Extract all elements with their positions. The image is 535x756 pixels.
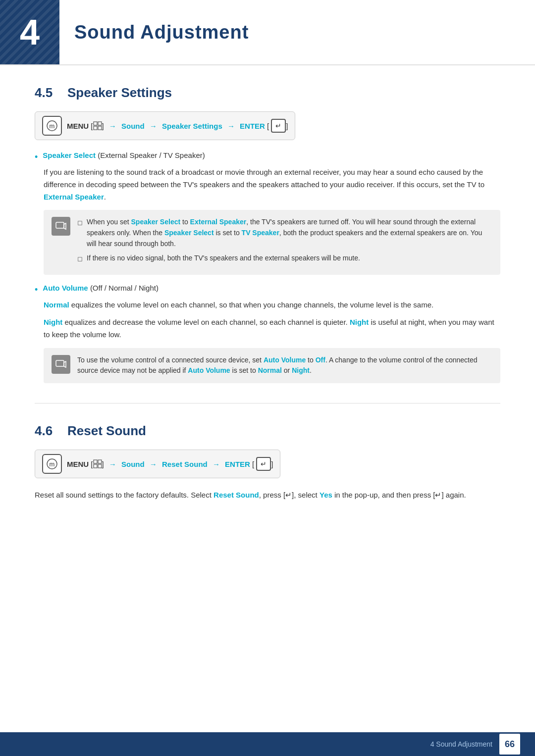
svg-marker-9 [64,361,66,367]
nav-arrow-2: → [148,122,159,130]
section-4-5-number: 4.5 [35,85,59,101]
note-item-2: If there is no video signal, both the TV… [77,253,492,264]
nav-enter-bracket-close: ] [286,122,288,130]
auto-volume-paren: (Off / Normal / Night) [90,284,159,292]
chapter-number: 4 [0,0,59,64]
svg-rect-2 [94,122,97,125]
svg-rect-8 [56,360,64,366]
nav-sound-1: Sound [121,122,145,130]
speaker-select-bullet: • Speaker Select (External Speaker / TV … [35,151,500,162]
enter-icon-2: ↵ [256,457,271,471]
svg-rect-6 [56,222,64,228]
nav-bracket-close: ] [102,122,104,130]
auto-volume-body1: Normal equalizes the volume level on eac… [44,299,500,311]
nav-arrow-3: → [225,122,237,130]
svg-rect-3 [98,122,102,125]
nav-enter-bracket-2: [ [250,460,254,468]
section-4-6-header: 4.6 Reset Sound [35,423,500,439]
footer-chapter-label: 4 Sound Adjustment [430,740,492,748]
nav-path-4-5: m MENU [ ] → Sound → Speaker Settings → … [35,111,295,140]
section-4-5-header: 4.5 Speaker Settings [35,85,500,101]
nav-enter-2: ENTER [225,460,250,468]
auto-volume-bullet: • Auto Volume (Off / Normal / Night) [35,284,500,295]
speaker-select-body: If you are listening to the sound track … [44,166,500,203]
nav-enter-1: ENTER [240,122,265,130]
nav-enter-bracket-close-2: ] [271,460,273,468]
bullet-dot-2: • [35,285,38,295]
reset-sound-body: Reset all sound settings to the factory … [35,489,500,502]
note-icon-2 [52,355,70,374]
nav-speaker-settings: Speaker Settings [162,122,222,130]
svg-text:m: m [50,122,55,130]
speaker-select-label: Speaker Select (External Speaker / TV Sp… [43,151,205,159]
chapter-title-block: Sound Adjustment [59,0,264,64]
auto-volume-body2: Night equalizes and decrease the volume … [44,316,500,341]
nav-bracket-open: [ [89,122,93,130]
svg-rect-12 [94,460,97,463]
nav-sound-2: Sound [121,460,145,468]
nav-reset-sound: Reset Sound [162,460,208,468]
section-4-6-number: 4.6 [35,423,59,439]
note-icon-1 [52,217,70,236]
nav-arrow-1: → [107,122,118,130]
nav-grid-icon [93,121,102,130]
svg-rect-5 [98,126,102,130]
auto-volume-note-box: To use the volume control of a connected… [44,348,500,383]
chapter-header: 4 Sound Adjustment [0,0,535,65]
menu-icon-2: m [42,454,62,474]
auto-volume-label: Auto Volume (Off / Normal / Night) [43,284,159,292]
svg-marker-7 [64,223,66,229]
nav-bracket-open-2: [ [89,460,93,468]
auto-volume-section: • Auto Volume (Off / Normal / Night) Nor… [35,284,500,383]
section-4-5-title: Speaker Settings [67,85,172,101]
speaker-select-note-box: When you set Speaker Select to External … [44,210,500,275]
nav-menu-label: MENU [67,122,89,130]
svg-rect-14 [94,464,97,468]
svg-rect-4 [94,126,97,130]
page-footer: 4 Sound Adjustment 66 [0,732,535,756]
nav-menu-label-2: MENU [67,460,89,468]
svg-rect-15 [98,464,102,468]
nav-path-4-6: m MENU [ ] → Sound → Reset Sound → ENTER… [35,450,280,478]
footer-page-number: 66 [499,734,520,755]
enter-icon-1: ↵ [271,119,286,133]
nav-grid-icon-2 [93,459,102,468]
nav-arrow-6: → [211,460,222,468]
menu-icon: m [42,116,62,136]
section-divider [35,403,500,403]
note-item-1: When you set Speaker Select to External … [77,217,492,249]
svg-rect-13 [98,460,102,463]
nav-bracket-close-2: ] [102,460,104,468]
nav-enter-bracket: [ [265,122,269,130]
svg-text:m: m [50,460,55,468]
bullet-dot-1: • [35,152,38,162]
chapter-title: Sound Adjustment [74,22,249,43]
nav-arrow-5: → [148,460,159,468]
section-4-6-title: Reset Sound [67,423,146,439]
nav-arrow-4: → [107,460,118,468]
auto-volume-note-content: To use the volume control of a connected… [77,355,492,376]
speaker-select-section: • Speaker Select (External Speaker / TV … [35,151,500,275]
speaker-select-note-content: When you set Speaker Select to External … [77,217,492,268]
speaker-select-paren: (External Speaker / TV Speaker) [98,151,205,159]
main-content: 4.5 Speaker Settings m MENU [ ] → Sound … [0,80,535,536]
